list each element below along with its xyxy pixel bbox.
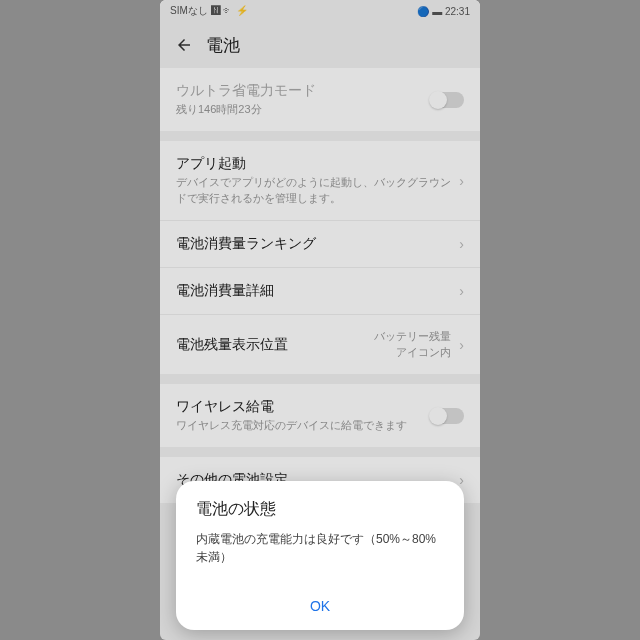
battery-status-dialog: 電池の状態 内蔵電池の充電能力は良好です（50%～80%未満） OK bbox=[176, 481, 464, 630]
row-title: ウルトラ省電力モード bbox=[176, 82, 430, 100]
dialog-body: 内蔵電池の充電能力は良好です（50%～80%未満） bbox=[176, 530, 464, 584]
row-title: 電池残量表示位置 bbox=[176, 336, 371, 354]
row-subtitle: 残り146時間23分 bbox=[176, 102, 430, 117]
section-gap bbox=[160, 447, 480, 457]
arrow-left-icon bbox=[175, 36, 193, 54]
row-subtitle: ワイヤレス充電対応のデバイスに給電できます bbox=[176, 418, 430, 433]
row-usage-details[interactable]: 電池消費量詳細 › bbox=[160, 268, 480, 315]
phone-screen: SIMなし 🅽 ᯤ ⚡ 🔵 ▬ 22:31 電池 ウルトラ省電力モード 残り14… bbox=[160, 0, 480, 640]
chevron-right-icon: › bbox=[459, 173, 464, 189]
row-subtitle: デバイスでアプリがどのように起動し、バックグラウンドで実行されるかを管理します。 bbox=[176, 175, 459, 206]
chevron-right-icon: › bbox=[459, 236, 464, 252]
toggle-ultra-power[interactable] bbox=[430, 92, 464, 108]
row-title: 電池消費量詳細 bbox=[176, 282, 459, 300]
toggle-wireless-charging[interactable] bbox=[430, 408, 464, 424]
page-title: 電池 bbox=[206, 34, 240, 57]
row-app-launch[interactable]: アプリ起動 デバイスでアプリがどのように起動し、バックグラウンドで実行されるかを… bbox=[160, 141, 480, 221]
row-title: アプリ起動 bbox=[176, 155, 459, 173]
chevron-right-icon: › bbox=[459, 337, 464, 353]
section-gap bbox=[160, 374, 480, 384]
header-bar: 電池 bbox=[160, 22, 480, 68]
row-usage-ranking[interactable]: 電池消費量ランキング › bbox=[160, 221, 480, 268]
row-wireless-charging[interactable]: ワイヤレス給電 ワイヤレス充電対応のデバイスに給電できます bbox=[160, 384, 480, 447]
status-left: SIMなし 🅽 ᯤ ⚡ bbox=[170, 4, 248, 18]
chevron-right-icon: › bbox=[459, 283, 464, 299]
section-gap bbox=[160, 131, 480, 141]
row-title: ワイヤレス給電 bbox=[176, 398, 430, 416]
settings-group-2: アプリ起動 デバイスでアプリがどのように起動し、バックグラウンドで実行されるかを… bbox=[160, 141, 480, 374]
row-ultra-power-saving[interactable]: ウルトラ省電力モード 残り146時間23分 bbox=[160, 68, 480, 131]
ok-button[interactable]: OK bbox=[176, 584, 464, 630]
row-title: 電池消費量ランキング bbox=[176, 235, 459, 253]
status-right: 🔵 ▬ 22:31 bbox=[417, 6, 470, 17]
dialog-title: 電池の状態 bbox=[176, 481, 464, 530]
status-bar: SIMなし 🅽 ᯤ ⚡ 🔵 ▬ 22:31 bbox=[160, 0, 480, 22]
settings-group-1: ウルトラ省電力モード 残り146時間23分 bbox=[160, 68, 480, 131]
row-percentage-display[interactable]: 電池残量表示位置 バッテリー残量アイコン内 › bbox=[160, 315, 480, 374]
back-button[interactable] bbox=[172, 33, 196, 57]
settings-group-3: ワイヤレス給電 ワイヤレス充電対応のデバイスに給電できます bbox=[160, 384, 480, 447]
row-value: バッテリー残量アイコン内 bbox=[371, 329, 451, 360]
